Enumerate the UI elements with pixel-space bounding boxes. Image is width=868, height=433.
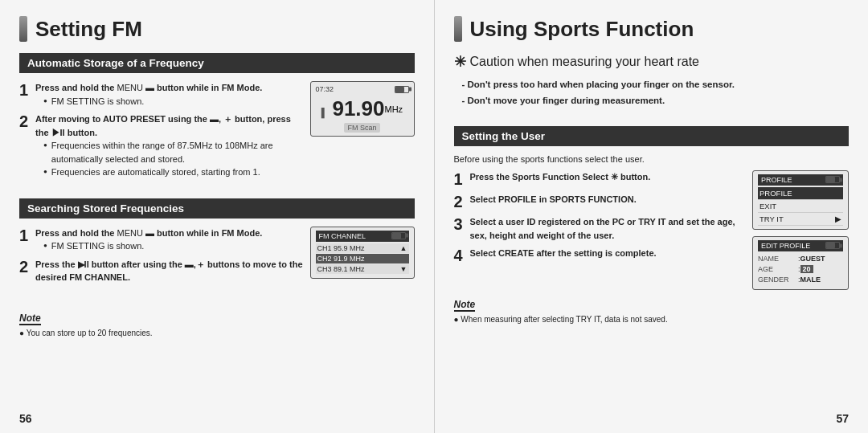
left-page: Setting FM Automatic Storage of a Freque… <box>0 0 435 433</box>
caution-bullets: Don't press too hard when placing your f… <box>462 77 850 108</box>
step-block-2: 2 After moving to AUTO PRESET using the … <box>19 112 304 179</box>
right-step-3: 3 Select a user ID registered on the PC … <box>454 215 743 242</box>
caution-star: ✳ <box>454 53 466 71</box>
battery-icon-2 <box>391 232 406 239</box>
right-step-1: 1 Press the Sports Function Select ✳ but… <box>454 170 743 188</box>
step-num-2: 2 <box>19 112 31 130</box>
right-step-num-4: 4 <box>454 247 465 264</box>
right-note: Note ● When measuring after selecting TR… <box>454 296 850 324</box>
edit-profile-screen: EDIT PROFILE NAME : GUEST AGE : 20 <box>752 236 849 290</box>
right-steps-col: 1 Press the Sports Function Select ✳ but… <box>454 170 743 290</box>
caution-bullet-1: Don't press too hard when placing your f… <box>462 77 850 93</box>
try-it-arrow: ▶ <box>835 214 841 223</box>
edit-label-name: NAME <box>758 255 798 263</box>
step-num-3: 1 <box>19 227 31 244</box>
edit-profile-label: EDIT PROFILE <box>761 242 810 250</box>
freq-scan-label: FM Scan <box>316 121 409 133</box>
channel-3-label: CH3 89.1 MHz <box>317 265 365 273</box>
section-intro: Before using the sports functions select… <box>454 154 850 164</box>
edit-row-gender: GENDER : MALE <box>758 276 843 284</box>
right-step-2: 2 Select PROFILE in SPORTS FUNCTION. <box>454 193 743 210</box>
note-label-right: Note <box>454 299 476 312</box>
channel-3-arrow: ▼ <box>400 265 407 273</box>
step-content-3: Press and hold the MENU ▬ button while i… <box>35 227 262 253</box>
fm-channel-screen: FM CHANNEL CH1 95.9 MHz ▲ CH2 91.9 MHz C… <box>310 227 415 279</box>
bullet-1-1: FM SETTING is shown. <box>43 95 262 108</box>
right-step-num-1: 1 <box>454 170 465 188</box>
profile-screen-header: PROFILE <box>758 174 843 186</box>
freq-unit: MHz <box>385 104 403 114</box>
step-block-4: 2 Press the ▶II button after using the ▬… <box>19 258 304 284</box>
bullet-3-1: FM SETTING is shown. <box>43 239 262 253</box>
bullet-2-2: Frequencies are automatically stored, st… <box>43 165 304 179</box>
channel-2-label: CH2 91.9 MHz <box>317 255 365 263</box>
edit-label-age: AGE <box>758 265 798 273</box>
fm-channel-label: FM CHANNEL <box>319 232 366 240</box>
freq-display: ▌ 91.90MHz <box>316 95 409 121</box>
right-step-num-3: 3 <box>454 215 465 233</box>
channel-1-label: CH1 95.9 MHz <box>317 244 365 252</box>
channel-row-3: CH3 89.1 MHz ▼ <box>316 264 409 274</box>
page-num-left: 56 <box>19 412 32 425</box>
try-it-label: TRY IT <box>760 214 784 223</box>
section-automatic-storage: Automatic Storage of a Frequency 1 Press… <box>19 53 415 190</box>
profile-row-3: TRY IT ▶ <box>758 213 843 226</box>
step-content-4: Press the ▶II button after using the ▬,＋… <box>35 258 304 284</box>
right-step-content-3: Select a user ID registered on the PC or… <box>470 215 743 242</box>
steps-and-screens: 1 Press the Sports Function Select ✳ but… <box>454 170 850 290</box>
screen-time: 07:32 <box>316 85 334 93</box>
step-row-searching: 1 Press and hold the MENU ▬ button while… <box>19 227 415 289</box>
step-1-auto: 1 Press and hold the MENU ▬ button while… <box>19 81 415 184</box>
title-icon-right <box>454 16 462 42</box>
step-num-1: 1 <box>19 81 31 99</box>
right-step-content-4: Select CREATE after the setting is compl… <box>470 247 657 260</box>
edit-value-name: GUEST <box>800 255 825 263</box>
title-icon <box>19 16 27 42</box>
page-num-right: 57 <box>836 412 849 425</box>
freq-value: 91.90 <box>332 96 384 121</box>
step-num-4: 2 <box>19 258 31 276</box>
edit-row-age: AGE : 20 <box>758 265 843 273</box>
caution-section: ✳ Caution when measuring your heart rate… <box>454 53 850 118</box>
profile-label: PROFILE <box>761 176 792 184</box>
channel-1-arrow: ▲ <box>400 244 407 252</box>
section-header-2: Searching Stored Frequencies <box>19 198 415 219</box>
note-text-right: ● When measuring after selecting TRY IT,… <box>454 315 850 324</box>
profile-row-2: EXIT <box>758 200 843 213</box>
battery-icon-profile <box>825 176 840 183</box>
caution-bullet-2: Don't move your finger during measuremen… <box>462 93 850 109</box>
bullet-2-1: Frequencies within the range of 87.5MHz … <box>43 139 304 165</box>
step-block-1: 1 Press and hold the MENU ▬ button while… <box>19 81 304 108</box>
section-searching: Searching Stored Frequencies 1 Press and… <box>19 198 415 296</box>
left-note: Note ● You can store up to 20 frequencie… <box>19 310 415 337</box>
right-step-4: 4 Select CREATE after the setting is com… <box>454 247 743 264</box>
right-screens-col: PROFILE PROFILE EXIT TRY IT ▶ <box>752 170 849 290</box>
step-content-2: After moving to AUTO PRESET using the ▬,… <box>35 112 304 179</box>
edit-label-gender: GENDER <box>758 276 798 284</box>
note-label-left: Note <box>19 312 41 325</box>
setting-user-section: Setting the User Before using the sports… <box>454 126 850 290</box>
left-page-title: Setting FM <box>19 16 415 42</box>
profile-row-1: PROFILE <box>758 187 843 200</box>
edit-value-gender: MALE <box>800 276 821 284</box>
signal-icon: ▌ <box>321 108 328 117</box>
section-header-1: Automatic Storage of a Frequency <box>19 53 415 73</box>
right-step-content-1: Press the Sports Function Select ✳ butto… <box>470 170 651 184</box>
note-text-left: ● You can store up to 20 frequencies. <box>19 329 415 337</box>
screen-header-1: 07:32 <box>316 85 409 93</box>
profile-option-1: PROFILE <box>760 189 792 198</box>
fm-screen-1: 07:32 ▌ 91.90MHz FM Scan <box>310 81 415 137</box>
right-step-num-2: 2 <box>454 193 465 210</box>
channel-row-1: CH1 95.9 MHz ▲ <box>316 243 409 253</box>
edit-profile-header: EDIT PROFILE <box>758 240 843 251</box>
battery-icon <box>395 86 409 93</box>
edit-value-age: 20 <box>800 265 813 273</box>
right-page-title: Using Sports Function <box>454 16 850 42</box>
step-block-3: 1 Press and hold the MENU ▬ button while… <box>19 227 304 253</box>
profile-screen: PROFILE PROFILE EXIT TRY IT ▶ <box>752 170 849 230</box>
channel-row-2: CH2 91.9 MHz <box>316 254 409 263</box>
right-page: Using Sports Function ✳ Caution when mea… <box>435 0 869 433</box>
edit-row-name: NAME : GUEST <box>758 255 843 263</box>
fm-channel-header: FM CHANNEL <box>316 231 409 242</box>
section-header-right: Setting the User <box>454 126 850 146</box>
